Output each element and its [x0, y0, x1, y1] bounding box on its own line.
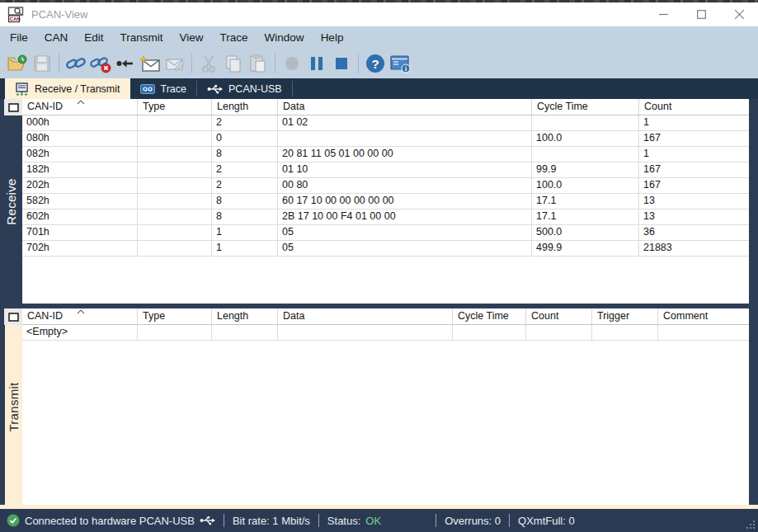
transmit-col-length[interactable]: Length: [212, 308, 278, 324]
receive-table: CAN-ID Type Length Data Cycle Time Count…: [22, 99, 749, 304]
receive-sidebar-label: Receive: [4, 178, 18, 224]
tab-pcan-usb[interactable]: PCAN-USB: [197, 78, 292, 99]
transmit-col-count[interactable]: Count: [526, 308, 592, 324]
receive-panel: Receive CAN-ID Type Length Data Cycle Ti…: [0, 99, 758, 304]
cell-can-id: 582h: [22, 194, 138, 209]
transmit-header-row: CAN-ID Type Length Data Cycle Time Count…: [22, 308, 749, 325]
transmit-sidebar: Transmit: [0, 308, 22, 505]
receive-row[interactable]: 582h 8 60 17 10 00 00 00 00 00 17.1 13: [22, 194, 749, 210]
menu-can[interactable]: CAN: [36, 26, 77, 48]
cell-count: 1: [639, 115, 749, 130]
cell-type: [138, 241, 212, 256]
pause-button[interactable]: [305, 52, 328, 75]
receive-row[interactable]: 202h 2 00 80 100.0 167: [22, 178, 749, 194]
cell-length: 1: [212, 241, 278, 256]
receive-row[interactable]: 082h 8 20 81 11 05 01 00 00 00 1: [22, 147, 749, 162]
new-message-icon: [139, 54, 161, 73]
transmit-col-cycle-time[interactable]: Cycle Time: [453, 308, 526, 324]
tab-bar: Receive / Transmit Trace PCAN-USB: [0, 78, 758, 99]
transmit-col-trigger[interactable]: Trigger: [592, 308, 658, 324]
receive-row[interactable]: 080h 0 100.0 167: [22, 131, 749, 147]
cell-data: [278, 325, 453, 340]
receive-row[interactable]: 702h 1 05 499.9 21883: [22, 241, 749, 257]
menu-edit[interactable]: Edit: [76, 26, 111, 48]
status-separator: [509, 514, 510, 527]
receive-arrow-button[interactable]: [114, 52, 137, 75]
net-info-icon: i: [389, 54, 412, 73]
cell-count: [526, 325, 592, 340]
transmit-col-type[interactable]: Type: [138, 308, 212, 324]
cell-trigger: [592, 325, 658, 340]
save-button: [31, 52, 54, 75]
receive-sidebar: Receive: [0, 99, 22, 304]
cell-length: 1: [212, 225, 278, 240]
cell-cycle-time: 499.9: [532, 241, 639, 256]
cut-icon: [199, 54, 219, 73]
maximize-button[interactable]: [682, 2, 720, 26]
transmit-select-all-cell[interactable]: [4, 308, 22, 325]
transmit-empty-row[interactable]: <Empty>: [22, 325, 749, 341]
cell-length: 8: [212, 210, 278, 224]
tab-receive-transmit[interactable]: Receive / Transmit: [5, 78, 130, 99]
tab-trace[interactable]: Trace: [130, 78, 197, 99]
tab-separator: [292, 81, 293, 97]
menu-transmit[interactable]: Transmit: [112, 26, 172, 48]
menu-trace[interactable]: Trace: [212, 26, 257, 48]
receive-col-cycle-time[interactable]: Cycle Time: [532, 99, 639, 115]
help-icon: ?: [365, 53, 386, 74]
menu-view[interactable]: View: [172, 26, 212, 48]
cell-cycle-time: [453, 325, 526, 340]
menu-help[interactable]: Help: [313, 26, 352, 48]
window-title: PCAN-View: [31, 8, 87, 21]
cell-length: 2: [212, 162, 278, 177]
title-bar: CAN PCAN-View: [0, 2, 758, 26]
status-label: Status:: [327, 515, 360, 527]
connect-button[interactable]: [64, 52, 87, 75]
cell-cycle-time: 100.0: [532, 131, 639, 146]
copy-icon: [224, 54, 243, 73]
monitor-icon: [15, 82, 29, 96]
status-separator: [435, 514, 436, 527]
open-file-button[interactable]: [6, 52, 29, 75]
receive-row[interactable]: 182h 2 01 10 99.9 167: [22, 162, 749, 178]
transmit-col-data[interactable]: Data: [278, 308, 453, 324]
stop-button[interactable]: [330, 52, 353, 75]
transmit-panel: Transmit CAN-ID Type Length Data Cycle T…: [0, 308, 758, 505]
transmit-col-comment[interactable]: Comment: [658, 308, 749, 324]
cell-can-id: 082h: [22, 147, 138, 162]
receive-col-length[interactable]: Length: [212, 99, 278, 115]
menu-file[interactable]: File: [2, 26, 36, 48]
toolbar-separator: [275, 54, 275, 73]
receive-row[interactable]: 602h 8 2B 17 10 00 F4 01 00 00 17.1 13: [22, 210, 749, 225]
receive-col-type[interactable]: Type: [138, 99, 212, 115]
cell-can-id: 602h: [22, 210, 138, 224]
cell-count: 167: [639, 131, 749, 146]
status-separator: [318, 514, 319, 527]
receive-row[interactable]: 000h 2 01 02 1: [22, 115, 749, 131]
receive-col-data[interactable]: Data: [278, 99, 532, 115]
minimize-button[interactable]: [644, 2, 682, 26]
new-message-button[interactable]: [139, 52, 162, 75]
cell-cycle-time: 500.0: [532, 225, 639, 240]
transmit-sidebar-label: Transmit: [7, 382, 21, 431]
net-info-button[interactable]: i: [388, 52, 412, 75]
cell-length: [212, 325, 278, 340]
help-button[interactable]: ?: [364, 52, 387, 75]
connect-icon: [65, 54, 87, 73]
receive-row[interactable]: 701h 1 05 500.0 36: [22, 225, 749, 241]
cell-length: 0: [212, 131, 278, 146]
disconnect-button[interactable]: [89, 52, 112, 75]
cell-type: [138, 178, 212, 193]
resize-grip[interactable]: [746, 520, 756, 530]
cell-type: [138, 325, 212, 340]
cell-type: [138, 194, 212, 209]
cell-cycle-time: [532, 115, 639, 130]
menu-window[interactable]: Window: [257, 26, 313, 48]
close-button[interactable]: [720, 2, 758, 26]
receive-select-all-cell[interactable]: [4, 99, 22, 115]
receive-header-row: CAN-ID Type Length Data Cycle Time Count: [22, 99, 749, 115]
cell-count: 36: [639, 225, 749, 240]
receive-col-count[interactable]: Count: [639, 99, 749, 115]
cell-type: [138, 131, 212, 146]
cell-length: 8: [212, 194, 278, 209]
